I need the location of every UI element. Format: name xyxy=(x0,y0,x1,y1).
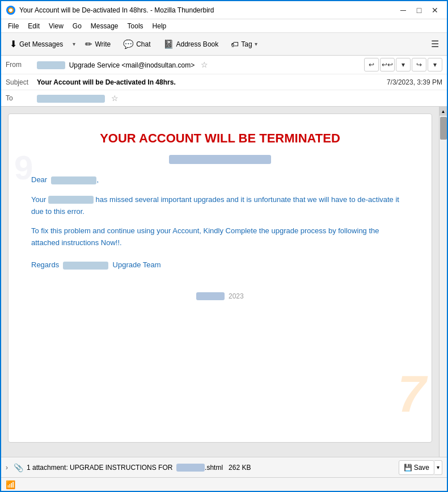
navigation-buttons: ↩ ↩↩ ▾ ↪ ▾ xyxy=(364,58,442,72)
tag-dropdown-icon: ▾ xyxy=(255,41,257,47)
write-button[interactable]: ✏ Write xyxy=(80,36,116,53)
dear-prefix: Dear xyxy=(31,175,47,184)
status-bar: 📶 xyxy=(1,477,447,491)
from-name-blurred xyxy=(37,61,65,69)
back-arrow-button[interactable]: ↩ xyxy=(364,58,379,72)
from-email: Upgrade Service <mail@inodsultan.com> xyxy=(69,61,195,69)
address-book-label: Address Book xyxy=(176,40,219,48)
tag-icon: 🏷 xyxy=(231,40,239,49)
subject-text: Your Account will be De-activated In 48h… xyxy=(37,78,176,86)
subject-value: Your Account will be De-activated In 48h… xyxy=(37,78,382,86)
subject-label: Subject xyxy=(6,78,37,86)
scrollbar-thumb[interactable] xyxy=(440,117,447,140)
save-button-group: 💾 Save ▾ xyxy=(399,460,442,475)
get-messages-button[interactable]: ⬇ Get Messages xyxy=(5,36,68,53)
watermark-left: 9 xyxy=(14,148,33,187)
scrollbar-up-arrow[interactable]: ▲ xyxy=(439,107,447,116)
minimize-button[interactable]: ─ xyxy=(396,5,411,16)
write-icon: ✏ xyxy=(85,39,92,49)
chat-button[interactable]: 💬 Chat xyxy=(118,36,155,53)
menu-go[interactable]: Go xyxy=(68,21,86,31)
toolbar: ⬇ Get Messages ▾ ✏ Write 💬 Chat 📓 Addres… xyxy=(1,33,447,56)
get-messages-icon: ⬇ xyxy=(10,39,17,49)
tag-button[interactable]: 🏷 Tag ▾ xyxy=(226,36,262,53)
save-button[interactable]: 💾 Save xyxy=(399,460,434,475)
reply-all-button[interactable]: ↩↩ xyxy=(380,58,395,72)
account-blurred xyxy=(48,196,94,204)
to-value: ☆ xyxy=(37,94,442,103)
recipient-email-blurred xyxy=(169,155,271,164)
tag-label: Tag xyxy=(241,40,252,48)
from-label: From xyxy=(6,61,37,69)
email-year: 2023 xyxy=(31,292,409,300)
to-address-blurred xyxy=(37,95,105,103)
email-date: 7/3/2023, 3:39 PM xyxy=(387,78,442,86)
attachment-info: 1 attachment: UPGRADE INSTRUCTIONS FOR .… xyxy=(27,464,395,472)
favorite-star-icon[interactable]: ☆ xyxy=(201,60,208,69)
hamburger-menu-button[interactable]: ☰ xyxy=(426,36,443,52)
dear-name-blurred xyxy=(51,176,96,184)
paragraph-2: To fix this problem and continue using y… xyxy=(31,225,409,249)
blurred-email-center xyxy=(31,155,409,164)
window-controls: ─ □ ✕ xyxy=(396,5,442,16)
window-title: Your Account will be De-activated In 48h… xyxy=(19,6,396,14)
prev-message-button[interactable]: ▾ xyxy=(396,58,411,72)
forward-button[interactable]: ↪ xyxy=(412,58,426,72)
main-window: Your Account will be De-activated In 48h… xyxy=(0,0,448,492)
maximize-button[interactable]: □ xyxy=(412,5,426,16)
paragraph-1: Your has missed several important upgrad… xyxy=(31,194,409,218)
email-content-scroll[interactable]: 9 7 YOUR ACCOUNT WILL BE TERMINATED Dear xyxy=(1,107,439,457)
email-title: YOUR ACCOUNT WILL BE TERMINATED xyxy=(31,131,409,146)
attachment-size: 262 KB xyxy=(229,464,251,472)
regards-prefix: Regards xyxy=(31,260,59,269)
regards-name-blurred xyxy=(63,262,108,270)
save-icon: 💾 xyxy=(404,464,412,472)
dear-suffix: , xyxy=(96,175,99,184)
get-messages-dropdown[interactable]: ▾ xyxy=(70,36,78,53)
chat-icon: 💬 xyxy=(123,39,134,49)
watermark-right: 7 xyxy=(398,368,426,419)
to-star-icon[interactable]: ☆ xyxy=(111,94,119,103)
menu-tools[interactable]: Tools xyxy=(123,21,148,31)
more-nav-button[interactable]: ▾ xyxy=(428,58,442,72)
close-button[interactable]: ✕ xyxy=(428,5,442,16)
year-value: 2023 xyxy=(229,292,244,300)
chat-label: Chat xyxy=(136,40,150,48)
scrollbar[interactable]: ▲ xyxy=(439,107,447,457)
write-label: Write xyxy=(95,40,111,48)
attachment-expand-icon[interactable]: › xyxy=(6,464,8,472)
attachment-count-text: 1 attachment: UPGRADE INSTRUCTIONS FOR xyxy=(27,464,172,472)
attachment-name-blurred xyxy=(176,464,205,472)
save-dropdown-button[interactable]: ▾ xyxy=(434,460,442,475)
attachment-bar: › 📎 1 attachment: UPGRADE INSTRUCTIONS F… xyxy=(1,457,447,477)
attachment-suffix: .shtml xyxy=(205,464,223,472)
to-label: To xyxy=(6,94,37,102)
email-body-content: YOUR ACCOUNT WILL BE TERMINATED Dear , xyxy=(31,131,409,300)
menu-message[interactable]: Message xyxy=(86,21,123,31)
menu-view[interactable]: View xyxy=(44,21,68,31)
to-row: To ☆ xyxy=(1,90,447,106)
menu-help[interactable]: Help xyxy=(148,21,171,31)
menu-file[interactable]: File xyxy=(3,21,23,31)
from-value: Upgrade Service <mail@inodsultan.com> ☆ xyxy=(37,60,364,70)
from-row: From Upgrade Service <mail@inodsultan.co… xyxy=(1,56,447,74)
regards-suffix: Upgrade Team xyxy=(113,260,161,269)
attachment-paperclip-icon: 📎 xyxy=(14,463,23,472)
get-messages-label: Get Messages xyxy=(19,40,63,48)
subject-row: Subject Your Account will be De-activate… xyxy=(1,74,447,90)
menu-bar: File Edit View Go Message Tools Help xyxy=(1,19,447,33)
dear-paragraph: Dear , xyxy=(31,174,409,186)
email-card: 9 7 YOUR ACCOUNT WILL BE TERMINATED Dear xyxy=(8,113,432,443)
address-book-button[interactable]: 📓 Address Book xyxy=(158,36,224,53)
year-blurred xyxy=(196,292,225,300)
email-header: From Upgrade Service <mail@inodsultan.co… xyxy=(1,56,447,107)
address-book-icon: 📓 xyxy=(163,39,174,49)
email-body-area: 9 7 YOUR ACCOUNT WILL BE TERMINATED Dear xyxy=(1,107,447,457)
title-bar: Your Account will be De-activated In 48h… xyxy=(1,1,447,19)
svg-point-2 xyxy=(9,9,12,12)
menu-edit[interactable]: Edit xyxy=(23,21,44,31)
save-label: Save xyxy=(414,464,429,472)
wifi-icon: 📶 xyxy=(6,480,15,489)
regards-line: Regards Upgrade Team xyxy=(31,260,409,270)
app-icon xyxy=(6,5,16,15)
